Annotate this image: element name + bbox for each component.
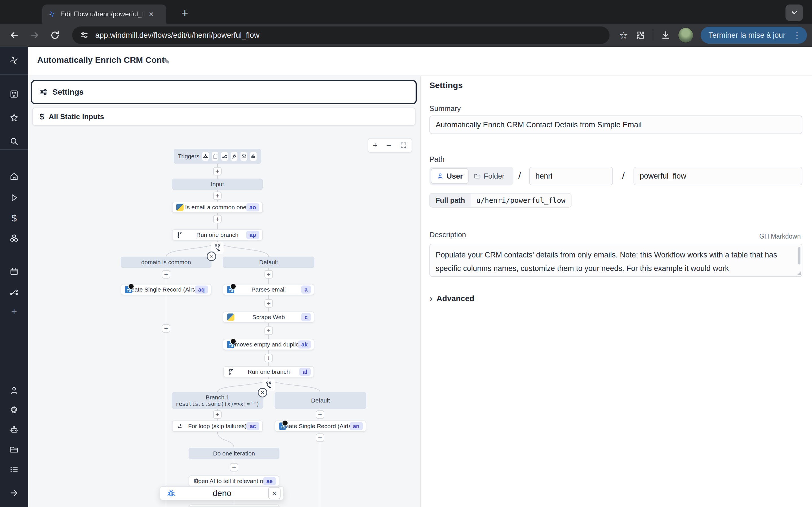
tab-close-icon[interactable]: × (149, 10, 154, 18)
sidebar-expand-arrow-icon[interactable] (0, 485, 28, 501)
path-owner-input[interactable]: henri (529, 167, 613, 185)
webhook-trigger-icon[interactable] (202, 152, 209, 161)
folder-toggle-option[interactable]: Folder (469, 172, 510, 180)
sidebar-triggers-icon[interactable] (0, 284, 28, 300)
toolbar-divider (653, 30, 653, 41)
tab-search-chevron-icon[interactable] (785, 4, 803, 21)
browser-tab[interactable]: Edit Flow u/henri/powerful_flo × (42, 4, 166, 24)
insert-step-button[interactable]: + (264, 327, 273, 335)
textarea-resize-grip[interactable] (797, 271, 801, 275)
insert-step-button[interactable]: + (213, 191, 221, 200)
remove-branch-button[interactable]: × (258, 388, 267, 397)
step-id-badge: a (301, 286, 311, 294)
insert-step-button[interactable]: + (162, 324, 170, 333)
insert-step-button[interactable]: + (230, 463, 238, 471)
user-toggle-option[interactable]: User (431, 168, 469, 184)
full-path-label: Full path (430, 193, 470, 207)
path-separator: / (622, 170, 624, 181)
bookmark-star-icon[interactable]: ☆ (619, 30, 627, 41)
flow-title[interactable]: Automatically Enrich CRM Contact Details… (37, 55, 165, 65)
step-id-badge: ap (246, 231, 259, 239)
remove-branch-button[interactable]: × (207, 251, 216, 261)
new-tab-button[interactable]: + (182, 7, 188, 18)
insert-step-button[interactable]: + (264, 270, 273, 279)
step-node-parses-email[interactable]: TS Parses email a (223, 284, 314, 295)
extensions-icon[interactable] (635, 30, 645, 40)
triggers-node[interactable]: Triggers (174, 149, 261, 164)
sidebar-add-icon[interactable]: + (0, 304, 28, 320)
branch-header-default-2[interactable]: Default (274, 392, 366, 409)
sidebar-apps-icon[interactable] (0, 86, 28, 102)
branch-header-default-1[interactable]: Default (223, 257, 314, 268)
chrome-update-button[interactable]: Terminer la mise à jour ⋮ (701, 27, 807, 44)
url-text[interactable]: app.windmill.dev/flows/edit/u/henri/powe… (95, 31, 259, 40)
sidebar-search-icon[interactable] (0, 133, 28, 149)
step-node-is-email[interactable]: Is email a common one? ao (172, 202, 263, 213)
sidebar-settings-gear-icon[interactable] (0, 402, 28, 418)
sidebar-home-icon[interactable] (0, 168, 28, 184)
sidebar-audit-logs-icon[interactable] (0, 461, 28, 477)
path-separator: / (518, 170, 521, 181)
typescript-deno-icon: TS (227, 286, 234, 293)
sidebar-runs-icon[interactable] (0, 190, 28, 206)
advanced-section-toggle[interactable]: › Advanced (429, 293, 474, 304)
input-node[interactable]: Input (172, 179, 263, 190)
loop-icon (176, 423, 183, 430)
downloads-icon[interactable] (661, 30, 671, 40)
step-node-run-one-branch-2[interactable]: Run one branch al (223, 366, 314, 378)
branch-header-domain-is-common[interactable]: domain is common (121, 257, 211, 268)
route-trigger-icon[interactable] (221, 152, 228, 161)
step-id-badge: ac (246, 422, 259, 431)
deno-label: deno (176, 489, 268, 498)
step-node-partial[interactable] (189, 504, 280, 507)
email-trigger-icon[interactable] (240, 152, 247, 161)
insert-step-button[interactable]: + (213, 215, 221, 223)
do-one-iteration-node[interactable]: Do one iteration (189, 448, 280, 459)
schedule-trigger-icon[interactable] (211, 152, 218, 161)
site-settings-icon[interactable] (80, 31, 89, 40)
insert-step-button[interactable]: + (316, 434, 324, 442)
step-node-create-record-an[interactable]: TS Create Single Record (Airtable) an (274, 420, 366, 432)
windmill-favicon (47, 10, 56, 18)
description-textarea[interactable]: Populate your CRM contacts' details from… (429, 244, 802, 277)
chrome-menu-dots-icon[interactable]: ⋮ (790, 31, 804, 40)
close-icon[interactable]: × (268, 487, 281, 499)
sidebar-folders-icon[interactable] (0, 442, 28, 457)
sidebar-ai-robot-icon[interactable] (0, 422, 28, 438)
url-bar[interactable]: app.windmill.dev/flows/edit/u/henri/powe… (72, 26, 610, 44)
step-node-run-one-branch-1[interactable]: Run one branch ap (172, 229, 263, 240)
insert-step-button[interactable]: + (316, 410, 324, 419)
sidebar-favorites-star-icon[interactable] (0, 110, 28, 126)
path-owner-kind-toggle: User Folder (429, 167, 513, 185)
full-path-value: u/henri/powerful_flow (470, 193, 571, 207)
path-name-input[interactable]: powerful_flow (633, 167, 802, 185)
summary-label: Summary (429, 104, 461, 113)
websocket-trigger-icon[interactable] (231, 152, 238, 161)
settings-panel: Settings Summary Automatically Enrich CR… (420, 76, 812, 507)
windmill-logo-icon[interactable] (0, 52, 28, 68)
poll-trigger-icon[interactable] (250, 152, 257, 161)
step-node-openai[interactable]: Open AI to tell if relevant result ae (189, 475, 280, 487)
insert-step-button[interactable]: + (213, 410, 221, 419)
insert-step-button[interactable]: + (264, 354, 273, 362)
profile-avatar[interactable] (678, 27, 693, 43)
sidebar-variables-icon[interactable]: $ (0, 210, 28, 226)
sidebar-resources-icon[interactable] (0, 230, 28, 246)
typescript-deno-icon: TS (279, 422, 286, 430)
back-icon[interactable] (8, 29, 21, 42)
summary-input[interactable]: Automatically Enrich CRM Contact Details… (429, 115, 802, 134)
branch-header-branch-1[interactable]: Branch 1 results.c.some((x)=>x!="") (172, 392, 263, 409)
sidebar-users-icon[interactable] (0, 383, 28, 398)
reload-icon[interactable] (49, 29, 61, 42)
textarea-scrollbar[interactable] (798, 247, 801, 265)
step-node-create-record-aq[interactable]: TS Create Single Record (Airtable) aq (121, 284, 211, 295)
insert-step-button[interactable]: + (264, 299, 273, 307)
sidebar-schedules-icon[interactable] (0, 264, 28, 279)
step-node-for-loop[interactable]: For loop (skip failures) ac (172, 420, 263, 432)
insert-step-button[interactable]: + (213, 167, 221, 175)
step-node-removes-empty[interactable]: TS Removes empty and duplicates ak (223, 339, 314, 350)
forward-icon[interactable] (28, 29, 41, 42)
step-node-scrape-web[interactable]: Scrape Web c (223, 312, 314, 323)
insert-step-button[interactable]: + (162, 270, 170, 279)
edit-title-pencil-icon[interactable]: ✎ (163, 56, 170, 66)
